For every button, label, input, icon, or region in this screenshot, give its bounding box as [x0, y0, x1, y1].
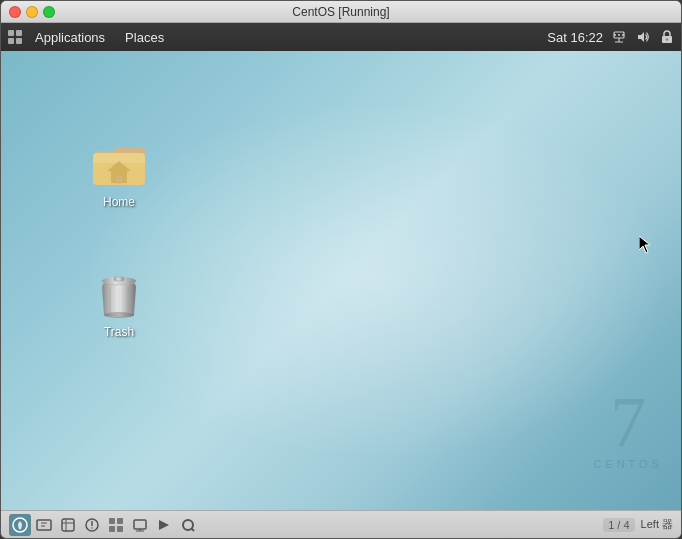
minimize-button[interactable] [26, 6, 38, 18]
window-title: CentOS [Running] [292, 5, 389, 19]
svg-point-33 [91, 527, 93, 529]
svg-rect-2 [8, 38, 14, 44]
home-folder-image [91, 135, 147, 191]
svg-rect-34 [109, 518, 115, 524]
svg-rect-38 [134, 520, 146, 529]
svg-rect-15 [115, 175, 123, 183]
svg-point-22 [104, 312, 134, 318]
svg-line-42 [191, 528, 194, 531]
panel-left: Applications Places [7, 28, 172, 47]
centos-brand-text: CENTOS [593, 458, 663, 470]
taskbar-icon-7[interactable] [153, 514, 175, 536]
centos-watermark: 7 CENTOS [593, 386, 663, 470]
taskbar-icon-3[interactable] [57, 514, 79, 536]
bottom-taskbar: 1 / 4 Left 器 [1, 510, 681, 538]
close-button[interactable] [9, 6, 21, 18]
svg-rect-3 [16, 38, 22, 44]
volume-icon[interactable] [635, 29, 651, 45]
network-icon[interactable] [611, 29, 627, 45]
taskbar-icon-8[interactable] [177, 514, 199, 536]
centos-7-number: 7 [593, 386, 663, 458]
trash-icon[interactable]: Trash [79, 261, 159, 343]
svg-rect-35 [117, 518, 123, 524]
taskbar-icon-1[interactable] [9, 514, 31, 536]
svg-point-8 [618, 34, 620, 36]
panel-clock: Sat 16:22 [547, 30, 603, 45]
svg-rect-1 [16, 30, 22, 36]
home-icon[interactable]: Home [79, 131, 159, 213]
taskbar-icon-4[interactable] [81, 514, 103, 536]
taskbar-left [9, 514, 199, 536]
taskbar-icon-6[interactable] [129, 514, 151, 536]
svg-rect-37 [117, 526, 123, 532]
svg-rect-0 [8, 30, 14, 36]
trash-label: Trash [104, 325, 134, 339]
svg-marker-23 [639, 236, 650, 253]
svg-point-9 [622, 34, 624, 36]
svg-point-12 [666, 38, 668, 40]
taskbar-right: 1 / 4 Left 器 [603, 517, 673, 532]
svg-point-7 [614, 34, 616, 36]
applications-menu[interactable]: Applications [27, 28, 113, 47]
svg-rect-28 [62, 519, 74, 531]
svg-rect-25 [37, 520, 51, 530]
taskbar-left-label: Left 器 [641, 517, 673, 532]
desktop: Home [1, 51, 681, 510]
taskbar-icon-2[interactable] [33, 514, 55, 536]
home-label: Home [103, 195, 135, 209]
mouse-cursor [639, 236, 651, 254]
titlebar: CentOS [Running] [1, 1, 681, 23]
page-indicator: 1 / 4 [603, 518, 634, 532]
lock-icon[interactable] [659, 29, 675, 45]
svg-rect-36 [109, 526, 115, 532]
trash-image [91, 265, 147, 321]
panel-right: Sat 16:22 [547, 29, 675, 45]
titlebar-buttons [9, 6, 55, 18]
gnome-panel: Applications Places Sat 16:22 [1, 23, 681, 51]
svg-rect-21 [114, 277, 124, 281]
taskbar-icon-5[interactable] [105, 514, 127, 536]
places-menu[interactable]: Places [117, 28, 172, 47]
applications-icon [7, 29, 23, 45]
vm-window: CentOS [Running] Applications Places Sat… [0, 0, 682, 539]
maximize-button[interactable] [43, 6, 55, 18]
svg-marker-10 [638, 32, 644, 42]
